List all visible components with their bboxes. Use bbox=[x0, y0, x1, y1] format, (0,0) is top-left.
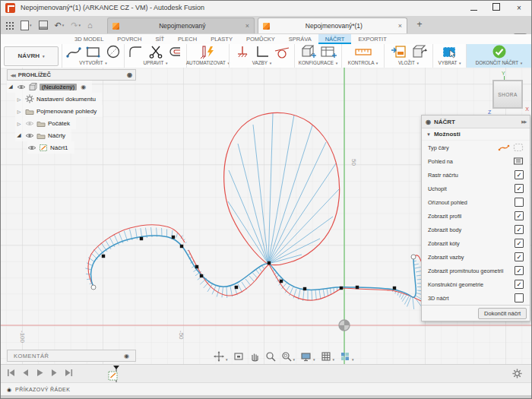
view-cube[interactable]: Y SHORA X Z bbox=[488, 71, 530, 116]
undo-button[interactable]: ↶▾ bbox=[55, 16, 65, 34]
group-label[interactable]: VYBRAT bbox=[439, 60, 458, 65]
linetype-alt-icon[interactable] bbox=[513, 143, 524, 152]
eye-dimmed-icon[interactable] bbox=[25, 120, 34, 127]
play-button[interactable] bbox=[36, 369, 44, 377]
maximize-button[interactable] bbox=[492, 1, 501, 16]
close-tab-icon[interactable]: × bbox=[245, 22, 249, 30]
save-button[interactable] bbox=[39, 21, 48, 30]
checkbox-show-profile[interactable]: ✓ bbox=[515, 211, 524, 220]
palette-section-options[interactable]: ▼ Možnosti bbox=[422, 128, 530, 141]
checkbox-3d-sketch[interactable] bbox=[515, 293, 524, 302]
browser-item-sketches[interactable]: ◢ Náčrty bbox=[15, 129, 71, 141]
orbit-button[interactable]: ▾ bbox=[214, 351, 228, 362]
activate-component-icon[interactable]: ◉ bbox=[81, 84, 86, 90]
browser-item-named-views[interactable]: ▷ Pojmenované pohledy bbox=[15, 105, 103, 117]
origin-marker[interactable] bbox=[339, 320, 350, 331]
select-tool-icon[interactable] bbox=[441, 44, 459, 59]
finish-sketch-button[interactable]: DOKONČIT NÁČRT ▾ bbox=[466, 44, 531, 68]
timeline-settings-gear-icon[interactable] bbox=[512, 369, 522, 378]
ribbon-tab-sprava[interactable]: SPRÁVA bbox=[282, 34, 318, 44]
trim-scissors-icon[interactable] bbox=[147, 44, 165, 59]
insert-svg-icon[interactable] bbox=[390, 44, 408, 59]
configuration-table-icon[interactable] bbox=[319, 44, 337, 59]
rectangle-tool-icon[interactable] bbox=[84, 44, 103, 59]
insert-canvas-icon[interactable] bbox=[410, 44, 428, 59]
palette-header[interactable]: ◉ NÁČRT ▶▶ bbox=[422, 116, 530, 128]
ribbon-tab-pomucky[interactable]: POMŮCKY bbox=[239, 34, 282, 44]
eye-icon[interactable] bbox=[17, 84, 26, 90]
collapse-panel-icon[interactable]: ◀◀ bbox=[11, 73, 15, 78]
new-tab-button[interactable]: + bbox=[413, 19, 426, 31]
collapsed-icon[interactable]: ▷ bbox=[15, 121, 23, 126]
ribbon-tab-3d-model[interactable]: 3D MODEL bbox=[68, 34, 110, 44]
ribbon-tab-plasty[interactable]: PLASTY bbox=[204, 34, 239, 44]
group-label[interactable]: KONTROLA bbox=[348, 60, 374, 65]
group-label[interactable]: VLOŽIT bbox=[398, 60, 415, 65]
browser-item-document-settings[interactable]: ▷ Nastavení dokumentu bbox=[15, 93, 102, 105]
measure-tool-icon[interactable] bbox=[353, 44, 373, 59]
browser-item-document-root[interactable]: ◢ (Neuložený) ◉ bbox=[7, 81, 92, 93]
document-tab-inactive[interactable]: Nepojmenovaný × bbox=[107, 17, 255, 33]
offset-tool-icon[interactable] bbox=[166, 44, 185, 59]
file-menu-button[interactable]: ▾ bbox=[21, 21, 32, 30]
browser-item-origin[interactable]: ▷ Počátek bbox=[15, 117, 76, 129]
eye-icon[interactable] bbox=[25, 132, 34, 139]
viewports-button[interactable]: ▾ bbox=[340, 351, 354, 362]
expanded-icon[interactable]: ◢ bbox=[15, 132, 23, 138]
redo-button[interactable]: ↷▾ bbox=[71, 16, 81, 34]
checkbox-show-constraints[interactable]: ✓ bbox=[515, 252, 524, 261]
zoom-button[interactable] bbox=[265, 351, 276, 362]
app-grid-icon[interactable] bbox=[5, 21, 14, 30]
checkbox-snap[interactable]: ✓ bbox=[515, 184, 524, 193]
checkbox-sketch-grid[interactable]: ✓ bbox=[515, 170, 524, 179]
browser-item-sketch1[interactable]: Náčrt1 bbox=[27, 141, 74, 154]
eye-icon[interactable] bbox=[27, 144, 36, 151]
checkbox-show-projected[interactable]: ✓ bbox=[515, 266, 524, 275]
command-line-label[interactable]: PŘÍKAZOVÝ ŘÁDEK bbox=[15, 387, 70, 392]
linetype-spline-icon[interactable] bbox=[498, 143, 510, 152]
step-back-button[interactable] bbox=[21, 369, 30, 377]
timeline-sketch-marker[interactable] bbox=[107, 366, 122, 382]
grid-settings-button[interactable]: ▾ bbox=[321, 351, 335, 362]
group-label[interactable]: UPRAVIT bbox=[144, 60, 164, 65]
collapsed-icon[interactable]: ▷ bbox=[15, 109, 23, 114]
pan-hand-button[interactable] bbox=[249, 351, 260, 362]
fix-constraint-icon[interactable] bbox=[233, 44, 252, 59]
workspace-selector[interactable]: NÁVRH▾ bbox=[4, 46, 59, 66]
look-at-button[interactable] bbox=[233, 351, 244, 362]
collapsed-icon[interactable]: ▷ bbox=[15, 97, 23, 102]
group-label[interactable]: KONFIGURACE bbox=[299, 60, 334, 65]
configure-cube-icon[interactable] bbox=[299, 44, 318, 59]
display-settings-button[interactable]: ▾ bbox=[300, 351, 315, 362]
finish-sketch-palette-button[interactable]: Dokončit náčrt bbox=[478, 308, 527, 319]
close-tab-icon[interactable]: × bbox=[398, 22, 402, 30]
automate-tool-icon[interactable] bbox=[199, 44, 217, 59]
go-to-start-button[interactable] bbox=[7, 369, 15, 377]
step-forward-button[interactable] bbox=[50, 369, 59, 377]
browser-header[interactable]: ◀◀ PROHLÍŽEČ ◉ bbox=[7, 69, 136, 81]
ribbon-tab-sit[interactable]: SÍŤ bbox=[148, 34, 171, 44]
group-label[interactable]: VYTVOŘIT bbox=[79, 60, 103, 65]
group-label[interactable]: AUTOMATIZOVAT bbox=[186, 60, 226, 65]
tangent-constraint-icon[interactable] bbox=[273, 44, 291, 59]
minimize-button[interactable] bbox=[469, 1, 478, 16]
home-button[interactable]: ⌂ bbox=[87, 21, 93, 30]
go-to-end-button[interactable] bbox=[65, 369, 73, 377]
checkbox-show-dimensions[interactable]: ✓ bbox=[515, 239, 524, 248]
circle-tool-icon[interactable] bbox=[104, 44, 122, 59]
ribbon-tab-povrch[interactable]: POVRCH bbox=[110, 34, 148, 44]
zoom-window-button[interactable]: ▾ bbox=[281, 351, 296, 362]
expanded-icon[interactable]: ◢ bbox=[7, 84, 14, 90]
viewcube-top-face[interactable]: SHORA bbox=[492, 80, 523, 109]
perpendicular-constraint-icon[interactable] bbox=[253, 44, 271, 59]
ribbon-tab-exportit[interactable]: EXPORTIT bbox=[351, 34, 393, 44]
expand-panel-icon[interactable]: ▶▶ bbox=[521, 119, 526, 124]
group-label[interactable]: VAZBY bbox=[252, 60, 268, 65]
checkbox-slice[interactable] bbox=[515, 198, 524, 207]
checkbox-show-points[interactable]: ✓ bbox=[515, 225, 524, 234]
checkbox-construction[interactable]: ✓ bbox=[515, 280, 524, 289]
document-tab-active[interactable]: Nepojmenovaný*(1) × bbox=[258, 17, 407, 33]
ribbon-tab-nacrt[interactable]: NÁČRT bbox=[318, 34, 352, 44]
comment-bar[interactable]: KOMENTÁŘ ◉ bbox=[7, 350, 136, 362]
display-settings-icon[interactable]: ◉ bbox=[127, 71, 132, 78]
